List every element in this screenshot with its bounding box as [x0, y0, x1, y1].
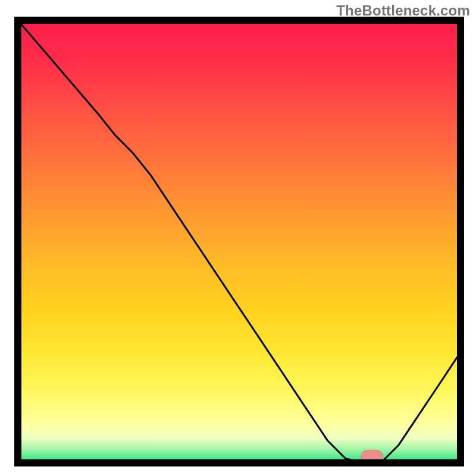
chart-canvas — [0, 0, 476, 476]
watermark-text: TheBottleneck.com — [336, 2, 470, 19]
plot-background — [18, 20, 461, 463]
